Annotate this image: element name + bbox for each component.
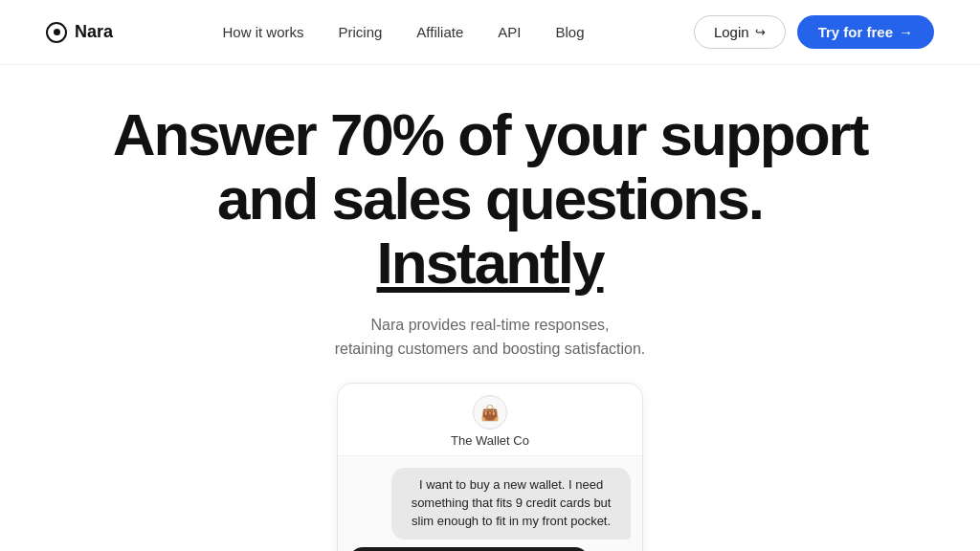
user-message-bubble: I want to buy a new wallet. I need somet… [391,468,631,540]
hero-title-accent: Instantly [377,230,604,296]
login-label: Login [714,24,749,40]
hero-subtitle-line2: retaining customers and boosting satisfa… [335,341,646,357]
chat-header: 👜 The Wallet Co [338,384,642,456]
user-message-text: I want to buy a new wallet. I need somet… [412,477,612,528]
hero-title: Answer 70% of your support and sales que… [98,103,882,296]
navbar: Nara How it works Pricing Affiliate API … [0,0,980,65]
logo-icon [46,22,67,43]
nav-links: How it works Pricing Affiliate API Blog [222,24,584,41]
arrow-right-icon: → [899,24,913,40]
hero-title-line2: and sales questions. [217,165,763,231]
hero-subtitle: Nara provides real-time responses, retai… [335,313,646,362]
hero-section: Answer 70% of your support and sales que… [0,65,980,551]
chat-messages: I want to buy a new wallet. I need somet… [338,456,642,551]
nav-item-blog[interactable]: Blog [555,24,584,41]
hero-title-line1: Answer 70% of your support [113,101,868,167]
chat-avatar: 👜 [473,395,507,430]
bot-message-bubble: Absolutely, we have just the right produ… [349,547,589,551]
login-button[interactable]: Login ↪ [694,15,786,49]
try-for-free-button[interactable]: Try for free → [797,15,934,49]
logo[interactable]: Nara [46,22,113,43]
login-arrow-icon: ↪ [755,25,766,39]
chat-company-name: The Wallet Co [451,433,529,448]
nav-item-api[interactable]: API [498,24,521,41]
nav-item-how-it-works[interactable]: How it works [222,24,303,41]
try-label: Try for free [818,24,893,40]
nav-item-affiliate[interactable]: Affiliate [416,24,463,41]
brand-name: Nara [75,22,113,42]
chat-demo: 👜 The Wallet Co I want to buy a new wall… [327,383,653,551]
hero-subtitle-line1: Nara provides real-time responses, [371,317,610,333]
chat-window: 👜 The Wallet Co I want to buy a new wall… [337,383,643,551]
nav-actions: Login ↪ Try for free → [694,15,934,49]
nav-item-pricing[interactable]: Pricing [338,24,382,41]
